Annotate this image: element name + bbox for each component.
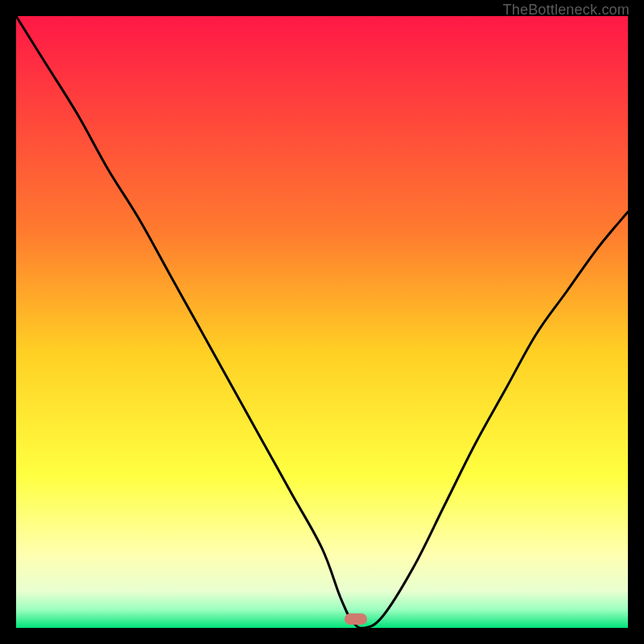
bottleneck-curve bbox=[16, 16, 628, 628]
optimum-marker bbox=[345, 613, 367, 625]
chart-frame: TheBottleneck.com bbox=[16, 16, 628, 628]
curve-layer bbox=[16, 16, 628, 628]
